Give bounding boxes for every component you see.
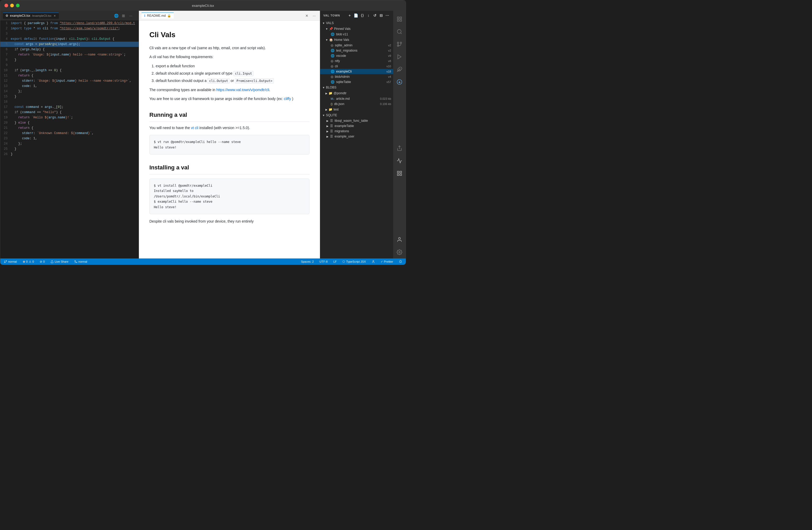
home-vals-header[interactable]: ▼ 🏠 Home Vals [320,37,393,43]
grid-btn[interactable] [393,167,406,180]
warning-icon: ⚠ [29,260,31,263]
pinned-vals-header[interactable]: ▼ 📌 Pinned Vals [320,26,393,32]
main-layout: ⚙ exampleCli.tsx /exampleCli.tsx ✕ 🌐 ⊞ ·… [0,11,406,259]
readme-file-tab[interactable]: ℹ README.md 🔒 [142,13,174,18]
cliffy-link[interactable]: cliffy [284,97,291,101]
sort-btn[interactable]: ↕ [366,13,371,18]
add-val-btn[interactable]: + [347,13,352,18]
sidebar-item-ntfy[interactable]: ◎ ntfy v8 [320,58,393,64]
sidebar-item-examplecli[interactable]: 🌐 exampleCli v18 [320,69,393,74]
code-line-13: 13 code: 1, [0,84,139,89]
status-encoding[interactable]: UTF-8 [318,260,329,263]
status-git[interactable]: normal [73,260,88,263]
filter-btn[interactable]: ⟨⟩ [360,13,365,18]
editors-split: ⚙ exampleCli.tsx /exampleCli.tsx ✕ 🌐 ⊞ ·… [0,11,320,259]
vals-section-header[interactable]: ▼ VALS [320,20,393,26]
run-debug-btn[interactable] [393,51,406,63]
sidebar-item-sqlitetable[interactable]: 🌐 sqliteTable v57 [320,79,393,85]
vt-cli-link[interactable]: vt cli [191,126,198,130]
readme-close-btn[interactable]: ✕ [304,13,310,19]
language-label: TypeScript JSX [346,260,366,263]
status-errors[interactable]: ⊗ 0 ⚠ 0 [22,260,35,263]
user-status-icon [372,260,375,263]
status-bell[interactable] [398,260,403,263]
minimize-button[interactable] [10,4,14,7]
code-tab-filename: exampleCli.tsx [10,14,30,17]
sidebar-item-example-table[interactable]: ▶ ☰ exampleTable [320,123,393,128]
sidebar-item-cli[interactable]: ◎ cli v10 [320,64,393,69]
readme-more-btn[interactable]: ··· [311,13,317,19]
status-branch[interactable]: normal [3,260,18,263]
sidebar-item-sqlite-admin[interactable]: ◎ sqlite_admin v2 [320,43,393,48]
code-line-6: 6 if (args.help) { [0,47,139,52]
account-btn[interactable] [393,233,406,246]
test-folder-header[interactable]: ▶ 📁 test [320,107,393,112]
email-icon: ◎ [331,43,333,47]
status-prettier[interactable]: ✓ Prettier [380,260,394,263]
sqlite-section-header[interactable]: ▼ SQLITE [320,112,393,118]
types-link[interactable]: https://www.val.town/v/pomdtr/cli [216,88,269,92]
sidebar-header: VAL TOWN + 📄 ⟨⟩ ↕ ↺ ⊟ ··· [320,11,393,20]
blobs-section: ▼ BLOBS ▶ 📁 @pomdtr M↓ article.md 0.023 … [320,85,393,112]
split-editor-btn[interactable]: ⊞ [120,13,127,19]
example-table-chevron-icon: ▶ [327,125,329,127]
sidebar-item-libsql[interactable]: ▶ ☰ libsql_wasm_func_table [320,118,393,123]
code-line-26: 26 } [0,152,139,157]
code-line-25: 25 } [0,147,139,152]
blobs-section-header[interactable]: ▼ BLOBS [320,85,393,90]
code-line-7: 7 return `Usage: ${input.name} hello --n… [0,52,139,57]
status-user[interactable] [371,260,376,263]
sidebar-item-vscode[interactable]: 🌐 vscode v9 [320,53,393,58]
svg-point-22 [76,262,77,263]
more-options-btn[interactable]: ··· [385,13,390,18]
promise-cli-output-code: Promise<cli.Output> [235,78,274,84]
live-share-btn[interactable] [393,142,406,154]
status-line-ending[interactable]: LF [332,260,338,263]
maximize-button[interactable] [16,4,20,7]
readme-run-desc: You will need to have the vt cli install… [149,125,309,131]
search-btn[interactable] [393,25,406,38]
new-file-btn[interactable]: 📄 [353,13,359,18]
md-icon: M↓ [331,97,335,100]
source-control-btn[interactable] [393,38,406,51]
ntfy-version: v8 [388,59,391,62]
readme-intro1: Cli vals are a new type of val (same as … [149,45,309,51]
readme-section1: Running a val [149,110,309,122]
sidebar-item-article-md[interactable]: M↓ article.md 0.023 kb [320,96,393,101]
sidebar-item-db-json[interactable]: {} db.json 0.106 kb [320,101,393,107]
settings-btn[interactable] [393,246,406,259]
status-live-share[interactable]: Live Share [49,260,70,263]
json-icon: {} [331,102,333,106]
collapse-btn[interactable]: ⊟ [378,13,384,18]
extensions-btn[interactable] [393,63,406,76]
more-actions-btn[interactable]: ··· [128,13,134,19]
blobs-section-label: BLOBS [326,86,336,89]
readme-section2: Installing a val [149,163,309,175]
pomdtr-folder-header[interactable]: ▶ 📁 @pomdtr [320,90,393,96]
code-file-tab[interactable]: ⚙ exampleCli.tsx /exampleCli.tsx ✕ [3,13,59,19]
status-language[interactable]: ⎔ TypeScript JSX [342,260,367,263]
libsql-label: libsql_wasm_func_table [335,119,368,123]
code-line-15: 15 } [0,94,139,99]
email-icon-3: ◎ [331,65,333,68]
globe-icon: 🌐 [331,32,335,36]
refresh-btn[interactable]: ↺ [372,13,377,18]
status-info[interactable]: ⊘ 0 [39,260,46,263]
globe-icon-3: 🌐 [331,54,335,58]
sidebar-item-blob[interactable]: 🌐 blob v11 [320,32,393,37]
status-spaces[interactable]: Spaces: 2 [300,260,315,263]
example-user-chevron-icon: ▶ [327,135,329,138]
sidebar-item-migrations[interactable]: ▶ ☰ migrations [320,128,393,134]
valtown-icon-btn[interactable] [393,154,406,167]
sidebar-item-test-migrations[interactable]: 🌐 test_migrations v2 [320,48,393,53]
sidebar-item-example-user[interactable]: ▶ ☰ example_user [320,134,393,139]
sidebar-item-blobadmin[interactable]: ◎ blobAdmin v4 [320,74,393,79]
val-town-btn[interactable] [393,76,406,88]
globe-icon-btn[interactable]: 🌐 [113,13,119,19]
window: exampleCli.tsx ⚙ exampleCli.tsx /example… [0,0,406,265]
prettier-label: Prettier [384,260,393,263]
close-button[interactable] [4,4,8,7]
cli-version: v10 [386,65,391,68]
code-tab-close[interactable]: ✕ [53,14,56,18]
explorer-btn[interactable] [393,13,406,25]
